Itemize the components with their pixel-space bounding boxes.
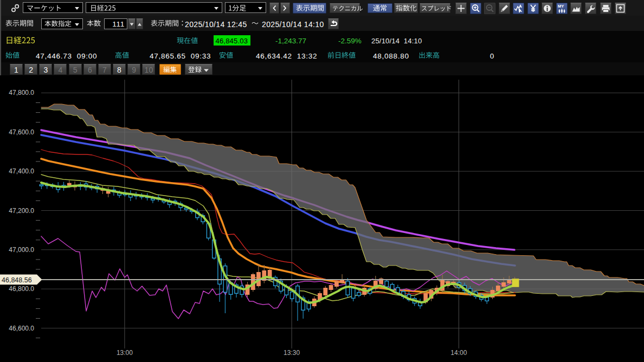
svg-text:47,600.0: 47,600.0 (9, 128, 34, 136)
svg-text:47,400.0: 47,400.0 (9, 167, 34, 175)
svg-text:47,200.0: 47,200.0 (9, 207, 34, 215)
svg-text:46,848.56: 46,848.56 (2, 276, 32, 284)
svg-text:46,800.0: 46,800.0 (9, 285, 34, 293)
svg-text:13:30: 13:30 (284, 349, 300, 357)
svg-text:47,800.0: 47,800.0 (9, 89, 34, 96)
svg-text:14:00: 14:00 (450, 349, 467, 357)
svg-text:MY: MY (558, 4, 564, 9)
svg-text:46,600.0: 46,600.0 (9, 325, 34, 332)
svg-text:47,000.0: 47,000.0 (9, 246, 34, 254)
svg-text:13:00: 13:00 (117, 349, 133, 357)
